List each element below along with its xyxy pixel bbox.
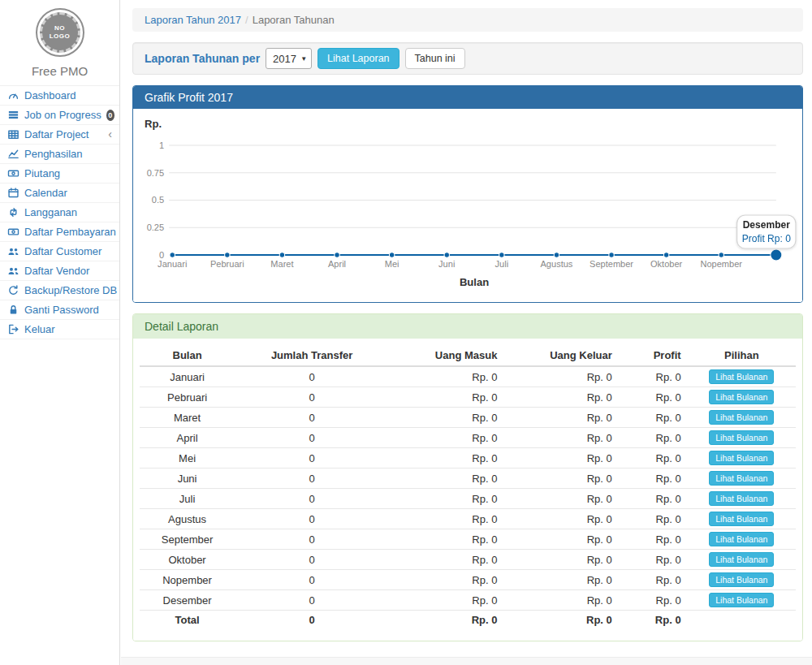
sidebar-item-daftar-pembayaran[interactable]: Daftar Pembayaran bbox=[0, 222, 119, 242]
svg-text:Bulan: Bulan bbox=[460, 276, 489, 288]
money-icon bbox=[7, 167, 19, 179]
breadcrumb-link-laporan-tahun[interactable]: Laporan Tahun 2017 bbox=[145, 14, 241, 26]
breadcrumb-current: Laporan Tahunan bbox=[253, 14, 335, 26]
sidebar-item-dashboard[interactable]: Dashboard bbox=[0, 86, 119, 106]
tahun-ini-button[interactable]: Tahun ini bbox=[405, 48, 465, 69]
cell: Rp. 0 bbox=[503, 448, 618, 469]
cell: Rp. 0 bbox=[619, 550, 688, 570]
table-row: Juli0Rp. 0Rp. 0Rp. 0Lihat Bulanan bbox=[140, 489, 796, 509]
sidebar-item-keluar[interactable]: Keluar bbox=[0, 320, 119, 339]
lihat-bulanan-button[interactable]: Lihat Bulanan bbox=[709, 532, 774, 546]
table-row: Mei0Rp. 0Rp. 0Rp. 0Lihat Bulanan bbox=[140, 448, 796, 469]
cell: Rp. 0 bbox=[389, 529, 503, 550]
cell: 0 bbox=[235, 590, 389, 611]
sidebar-item-job-on-progress[interactable]: Job on Progress0 bbox=[0, 106, 119, 125]
cell: 0 bbox=[235, 366, 389, 387]
cell-pilihan: Lihat Bulanan bbox=[688, 387, 796, 408]
sidebar-item-label: Backup/Restore DB bbox=[24, 283, 117, 297]
sidebar-item-daftar-vendor[interactable]: Daftar Vendor bbox=[0, 261, 119, 281]
cell: Nopember bbox=[140, 570, 235, 590]
cell: Rp. 0 bbox=[389, 550, 503, 570]
cell: Rp. 0 bbox=[619, 366, 688, 387]
cell-pilihan: Lihat Bulanan bbox=[688, 590, 796, 611]
cell: Rp. 0 bbox=[503, 366, 618, 387]
cell: 0 bbox=[235, 611, 389, 629]
cell: Rp. 0 bbox=[389, 469, 503, 489]
sidebar-item-label: Langganan bbox=[24, 205, 77, 219]
svg-text:Juli: Juli bbox=[495, 259, 509, 269]
sidebar-item-penghasilan[interactable]: Penghasilan bbox=[0, 145, 119, 164]
lihat-bulanan-button[interactable]: Lihat Bulanan bbox=[709, 471, 774, 486]
sidebar-item-calendar[interactable]: Calendar bbox=[0, 184, 119, 203]
svg-text:Juni: Juni bbox=[438, 259, 455, 269]
cell: 0 bbox=[235, 408, 389, 428]
cell: Rp. 0 bbox=[503, 550, 618, 570]
sidebar-item-label: Ganti Password bbox=[24, 303, 99, 317]
breadcrumb-separator: / bbox=[245, 14, 248, 26]
sidebar-item-label: Daftar Pembayaran bbox=[24, 225, 116, 239]
cell: Rp. 0 bbox=[389, 509, 503, 529]
lihat-bulanan-button[interactable]: Lihat Bulanan bbox=[709, 369, 774, 384]
lihat-bulanan-button[interactable]: Lihat Bulanan bbox=[709, 491, 774, 506]
signout-icon bbox=[7, 323, 19, 335]
cell: Rp. 0 bbox=[619, 489, 688, 509]
cell: Rp. 0 bbox=[619, 448, 688, 469]
lihat-laporan-button[interactable]: Lihat Laporan bbox=[317, 48, 399, 69]
svg-text:0.25: 0.25 bbox=[147, 222, 165, 232]
cell-pilihan: Lihat Bulanan bbox=[688, 529, 796, 550]
sidebar-item-daftar-project[interactable]: Daftar Project‹ bbox=[0, 125, 119, 145]
sidebar-item-piutang[interactable]: Piutang bbox=[0, 164, 119, 184]
cell: Rp. 0 bbox=[389, 611, 503, 629]
sidebar-item-label: Daftar Customer bbox=[24, 244, 102, 258]
lihat-bulanan-button[interactable]: Lihat Bulanan bbox=[709, 512, 774, 526]
lihat-bulanan-button[interactable]: Lihat Bulanan bbox=[709, 390, 774, 404]
table-row: Maret0Rp. 0Rp. 0Rp. 0Lihat Bulanan bbox=[140, 408, 796, 428]
cell: Rp. 0 bbox=[503, 590, 618, 611]
col-jumlah-transfer: Jumlah Transfer bbox=[235, 345, 389, 366]
lihat-bulanan-button[interactable]: Lihat Bulanan bbox=[709, 451, 774, 465]
cell: 0 bbox=[235, 489, 389, 509]
lihat-bulanan-button[interactable]: Lihat Bulanan bbox=[709, 430, 774, 445]
sidebar-item-ganti-password[interactable]: Ganti Password bbox=[0, 300, 119, 320]
cell: Rp. 0 bbox=[619, 509, 688, 529]
cell: 0 bbox=[235, 529, 389, 550]
cell: 0 bbox=[235, 428, 389, 448]
cell-pilihan bbox=[688, 611, 796, 629]
lihat-bulanan-button[interactable]: Lihat Bulanan bbox=[709, 410, 774, 425]
cell: Juli bbox=[140, 489, 235, 509]
sidebar: NO LOGO Free PMO DashboardJob on Progres… bbox=[0, 0, 120, 665]
cell: Rp. 0 bbox=[389, 387, 503, 408]
svg-text:Pebruari: Pebruari bbox=[210, 259, 244, 269]
table-header-row: Bulan Jumlah Transfer Uang Masuk Uang Ke… bbox=[140, 345, 796, 366]
sidebar-item-label: Dashboard bbox=[24, 89, 76, 102]
table-row: Juni0Rp. 0Rp. 0Rp. 0Lihat Bulanan bbox=[140, 469, 796, 489]
sidebar-item-langganan[interactable]: Langganan bbox=[0, 203, 119, 222]
users-icon bbox=[7, 245, 19, 257]
svg-text:Januari: Januari bbox=[158, 259, 187, 269]
line-chart-icon bbox=[7, 148, 19, 160]
money-icon bbox=[7, 226, 19, 238]
users-icon bbox=[7, 265, 19, 277]
brand-name: Free PMO bbox=[0, 58, 119, 85]
cell: Pebruari bbox=[140, 387, 235, 408]
profit-line-chart[interactable]: Rp.00.250.50.751JanuariPebruariMaretApri… bbox=[133, 109, 802, 302]
cell: Rp. 0 bbox=[389, 570, 503, 590]
cell: Rp. 0 bbox=[619, 611, 688, 629]
year-select[interactable]: 2017 bbox=[266, 48, 312, 69]
lihat-bulanan-button[interactable]: Lihat Bulanan bbox=[709, 552, 774, 567]
svg-text:Oktober: Oktober bbox=[650, 259, 683, 269]
table-row: September0Rp. 0Rp. 0Rp. 0Lihat Bulanan bbox=[140, 529, 796, 550]
sidebar-item-backup-restore-db[interactable]: Backup/Restore DB bbox=[0, 281, 119, 300]
svg-text:Rp.: Rp. bbox=[145, 118, 162, 130]
lihat-bulanan-button[interactable]: Lihat Bulanan bbox=[709, 593, 774, 607]
cell: Rp. 0 bbox=[389, 448, 503, 469]
cell-pilihan: Lihat Bulanan bbox=[688, 408, 796, 428]
lihat-bulanan-button[interactable]: Lihat Bulanan bbox=[709, 572, 774, 587]
cell: Rp. 0 bbox=[619, 428, 688, 448]
sidebar-item-daftar-customer[interactable]: Daftar Customer bbox=[0, 242, 119, 261]
cell: Rp. 0 bbox=[503, 387, 618, 408]
cell: 0 bbox=[235, 550, 389, 570]
cell: Rp. 0 bbox=[389, 590, 503, 611]
cell: April bbox=[140, 428, 235, 448]
cell: Rp. 0 bbox=[619, 469, 688, 489]
